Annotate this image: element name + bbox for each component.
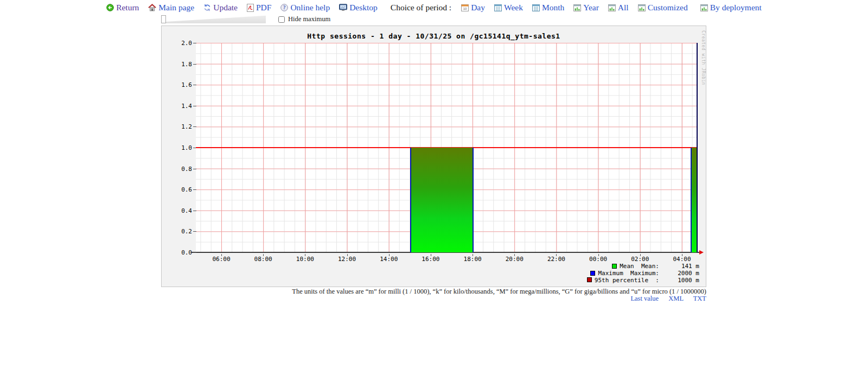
maximum-swatch: [590, 271, 595, 276]
link-txt[interactable]: TXT: [693, 295, 706, 302]
return-icon: [106, 4, 114, 11]
y-axis-tick: [193, 43, 196, 43]
period-year[interactable]: Year: [573, 3, 599, 12]
period-by-deployment[interactable]: By deployment: [700, 3, 762, 12]
nav-link-return[interactable]: Return: [106, 3, 139, 12]
y-axis-tick-label: 1.4: [169, 103, 192, 110]
nav-link-desktop[interactable]: Desktop: [339, 3, 378, 12]
nav-link-pdf[interactable]: PDF: [247, 3, 271, 12]
y-axis-tick-label: 0.2: [169, 228, 192, 235]
help-icon: ?: [280, 4, 288, 11]
y-axis-tick: [193, 106, 196, 106]
y-axis-tick: [193, 85, 196, 85]
period-link-label: Week: [504, 3, 523, 12]
period-week[interactable]: Week: [494, 3, 523, 12]
y-axis-tick: [193, 189, 196, 190]
x-axis-tick-label: 08:00: [250, 256, 276, 263]
period-link-label: Customized: [648, 3, 688, 12]
nav-link-main-page[interactable]: Main page: [148, 3, 194, 12]
legend-value: 1000 m: [659, 277, 699, 284]
x-axis-tick-label: 00:00: [585, 256, 611, 263]
period-all[interactable]: All: [608, 3, 629, 12]
x-axis-tick-label: 10:00: [292, 256, 318, 263]
period-customized[interactable]: Customized: [638, 3, 688, 12]
x-axis-tick-label: 14:00: [376, 256, 402, 263]
x-axis-tick: [389, 254, 390, 256]
refresh-icon: [203, 4, 211, 11]
year-calendar-icon: [573, 4, 581, 11]
pdf-icon: [247, 4, 254, 12]
nav-link-label: Main page: [158, 3, 194, 12]
legend-row-maximum: Maximum Maximum: 2000 m: [587, 270, 699, 277]
nav-link-label: Desktop: [349, 3, 378, 12]
mean-swatch: [612, 264, 617, 269]
period-link-label: Year: [583, 3, 599, 12]
period-month[interactable]: Month: [532, 3, 564, 12]
y-axis-tick: [193, 231, 196, 232]
x-axis-tick-label: 22:00: [543, 256, 569, 263]
x-axis-tick-label: 20:00: [501, 256, 527, 263]
link-last-value[interactable]: Last value: [630, 295, 659, 302]
hide-maximum-label[interactable]: Hide maximum: [288, 15, 330, 23]
x-axis-tick-label: 04:00: [669, 256, 695, 263]
period-link-label: By deployment: [710, 3, 762, 12]
home-icon: [148, 4, 156, 11]
period-link-label: Day: [471, 3, 485, 12]
x-axis-tick-label: 06:00: [208, 256, 234, 263]
y-axis-tick: [193, 126, 196, 127]
legend-label: 95th percentile :: [595, 277, 659, 284]
y-axis-tick-label: 1.2: [169, 123, 192, 130]
maximum-spike: [697, 43, 698, 252]
footer-links: Last value XML TXT: [0, 295, 706, 303]
period-day[interactable]: 10 Day: [461, 3, 485, 12]
y-axis-tick-label: 0.6: [169, 186, 192, 193]
legend-label: Maximum Maximum:: [598, 270, 659, 277]
graph-image[interactable]: Http sessions - 1 day - 10/31/25 on /gc1…: [161, 26, 706, 287]
x-axis-tick: [682, 254, 682, 256]
nav-link-label: PDF: [256, 3, 271, 12]
top-navigation: Return Main page Update PDF ? Online hel…: [0, 3, 868, 12]
nav-link-update[interactable]: Update: [203, 3, 238, 12]
y-axis-tick-label: 0.4: [169, 207, 192, 214]
svg-text:?: ?: [283, 5, 286, 10]
legend-value: 141 m: [659, 263, 699, 270]
x-axis-tick: [431, 254, 431, 256]
y-axis-tick-label: 0.0: [169, 249, 192, 256]
y-axis-tick-label: 1.8: [169, 61, 192, 68]
customized-calendar-icon: [638, 4, 646, 11]
desktop-icon: [339, 4, 347, 11]
y-axis-tick-label: 1.6: [169, 81, 192, 88]
legend-label: Mean Mean:: [620, 263, 659, 270]
period-link-label: Month: [542, 3, 564, 12]
x-axis-tick-label: 16:00: [418, 256, 444, 263]
nav-link-label: Online help: [290, 3, 330, 12]
x-axis-tick: [556, 254, 557, 256]
legend-row-95th-percentile: 95th percentile : 1000 m: [587, 277, 699, 284]
mean-area-bar: [410, 148, 474, 252]
all-calendar-icon: [608, 4, 616, 11]
x-axis-tick: [473, 254, 473, 256]
y-axis-tick-label: 0.8: [169, 166, 192, 173]
x-axis-arrow-icon: [699, 250, 704, 255]
link-xml[interactable]: XML: [668, 295, 683, 302]
x-axis-tick: [514, 254, 515, 256]
chart-title: Http sessions - 1 day - 10/31/25 on /gc1…: [162, 32, 706, 40]
nav-link-label: Return: [116, 3, 139, 12]
nav-link-online-help[interactable]: ? Online help: [280, 3, 330, 12]
x-axis-tick-label: 12:00: [334, 256, 360, 263]
svg-text:10: 10: [463, 7, 467, 10]
x-axis-tick-label: 18:00: [459, 256, 486, 263]
x-axis-tick-label: 02:00: [627, 256, 653, 263]
zoom-slider[interactable]: [166, 15, 266, 23]
y-axis-tick: [193, 211, 196, 211]
x-axis-tick: [598, 254, 599, 256]
period-link-label: All: [618, 3, 629, 12]
jrobin-watermark: Created with JRobin: [701, 30, 706, 85]
hide-maximum-checkbox[interactable]: [278, 16, 285, 23]
day-calendar-icon: 10: [461, 4, 469, 11]
x-axis-tick: [305, 254, 305, 256]
y-axis-tick: [193, 64, 196, 65]
nav-link-label: Update: [213, 3, 238, 12]
zoom-slider-handle[interactable]: [161, 15, 166, 23]
percentile-swatch: [587, 277, 592, 282]
